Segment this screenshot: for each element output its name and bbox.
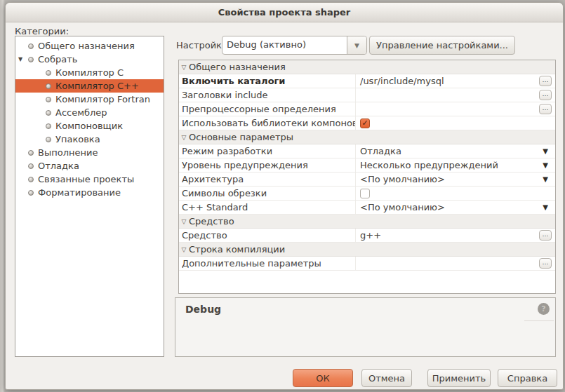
property-row: Средствоg++… [179, 229, 555, 243]
ok-button[interactable]: ОК [293, 369, 353, 387]
tree-node-icon [46, 83, 51, 89]
tree-item-упаковка[interactable]: Упаковка [15, 133, 164, 146]
info-panel-divider [524, 320, 554, 321]
tree-item-компилятор-fortran[interactable]: Компилятор Fortran [15, 93, 164, 106]
property-name: Препроцессорные определения [179, 102, 356, 116]
property-value[interactable]: <По умолчанию> [356, 173, 536, 186]
dropdown-arrow-icon[interactable]: ▼ [543, 175, 548, 183]
configuration-combobox[interactable]: Debug (активно) ▼ [222, 36, 367, 55]
dialog-button-row: ОК Отмена Применить Справка [293, 369, 557, 387]
property-value[interactable]: <По умолчанию> [356, 201, 536, 214]
property-editor-cell [536, 116, 555, 130]
dropdown-arrow-icon[interactable]: ▼ [543, 203, 548, 211]
section-label: Средство [189, 216, 234, 227]
property-editor-cell: ▼ [536, 201, 555, 214]
property-section-row[interactable]: ▽Средство [179, 215, 555, 229]
help-icon[interactable]: ? [538, 303, 550, 315]
property-editor-cell: … [536, 102, 555, 116]
property-name: C++ Standard [179, 201, 356, 214]
tree-expander-icon[interactable]: ▼ [18, 56, 28, 62]
tree-item-выполнение[interactable]: Выполнение [15, 146, 164, 159]
ellipsis-button[interactable]: … [539, 258, 552, 269]
tree-node-icon [46, 110, 51, 116]
ellipsis-button[interactable]: … [539, 90, 552, 100]
combo-arrow-button[interactable]: ▼ [347, 36, 366, 54]
property-name: Заголовки include [179, 88, 356, 102]
tree-item-label: Компилятор C [55, 67, 124, 78]
manage-configurations-button[interactable]: Управление настройками... [369, 36, 515, 55]
tree-item-label: Выполнение [38, 147, 98, 158]
property-name: Включить каталоги [179, 74, 356, 88]
property-value[interactable] [356, 187, 536, 200]
property-section-row[interactable]: ▽Общего назначения [179, 60, 555, 74]
property-name: Символы обрезки [179, 187, 356, 200]
section-collapse-icon[interactable]: ▽ [179, 246, 189, 253]
ellipsis-button[interactable]: … [539, 230, 552, 241]
dropdown-arrow-icon[interactable]: ▼ [543, 161, 548, 169]
ellipsis-button[interactable]: … [539, 104, 552, 114]
configuration-value: Debug (активно) [222, 36, 347, 54]
tree-item-label: Компилятор Fortran [55, 94, 150, 104]
tree-item-компоновщик[interactable]: Компоновщик [15, 119, 164, 133]
section-collapse-icon[interactable]: ▽ [179, 64, 189, 71]
tree-node-icon [28, 177, 34, 182]
tree-item-label: Отладка [38, 161, 79, 171]
property-row: Заголовки include… [179, 88, 555, 102]
tree-item-собрать[interactable]: ▼Собрать [15, 53, 164, 66]
section-collapse-icon[interactable]: ▽ [179, 134, 189, 141]
property-section-row[interactable]: ▽Основные параметры [179, 130, 555, 144]
tree-item-отладка[interactable]: Отладка [15, 159, 164, 173]
section-collapse-icon[interactable]: ▽ [179, 218, 189, 225]
tree-node-icon [46, 137, 51, 142]
tree-item-общего-назначения[interactable]: Общего назначения [15, 39, 164, 53]
tree-node-icon [28, 57, 34, 62]
chevron-down-icon: ▼ [354, 42, 359, 49]
property-value[interactable] [356, 102, 536, 116]
tree-item-label: Компоновщик [55, 121, 123, 131]
property-editor-cell: … [536, 88, 555, 102]
property-value[interactable]: ✓ [356, 116, 536, 130]
property-name: Архитектура [179, 173, 356, 186]
property-editor-cell: … [536, 74, 555, 88]
property-editor-cell: ▼ [536, 173, 555, 186]
titlebar[interactable]: Свойства проекта shaper [6, 3, 563, 22]
tree-item-связанные-проекты[interactable]: Связанные проекты [15, 173, 164, 186]
checkbox-unchecked[interactable] [360, 189, 370, 198]
property-value[interactable] [356, 88, 536, 102]
property-name: Использовать библиотеки компонов [179, 116, 356, 130]
section-label: Основные параметры [189, 132, 293, 142]
tree-item-label: Форматирование [38, 187, 121, 198]
property-value[interactable]: g++ [356, 229, 536, 242]
ellipsis-button[interactable]: … [539, 76, 552, 86]
tree-item-компилятор-c++[interactable]: Компилятор C++ [15, 79, 164, 93]
info-panel: Debug ? [175, 297, 556, 357]
property-section-row[interactable]: ▽Строка компиляции [179, 243, 555, 257]
cancel-button[interactable]: Отмена [361, 369, 412, 387]
dropdown-arrow-icon[interactable]: ▼ [543, 147, 548, 155]
property-row: Символы обрезки [179, 187, 555, 201]
info-panel-title: Debug [185, 304, 221, 315]
tree-node-icon [46, 97, 51, 102]
section-label: Строка компиляции [189, 244, 285, 255]
help-button[interactable]: Справка [498, 369, 557, 387]
window-title: Свойства проекта shaper [218, 7, 351, 18]
property-name: Средство [179, 229, 356, 242]
property-value[interactable]: Отладка [356, 144, 536, 158]
tree-node-icon [28, 150, 34, 156]
property-value[interactable]: Несколько предупреждений [356, 158, 536, 172]
property-value[interactable] [356, 257, 536, 270]
tree-item-ассемблер[interactable]: Ассемблер [15, 106, 164, 119]
tree-item-label: Общего назначения [38, 41, 135, 51]
apply-button[interactable]: Применить [427, 369, 491, 387]
property-row: Использовать библиотеки компонов✓ [179, 116, 555, 130]
property-row: Препроцессорные определения… [179, 102, 555, 116]
property-editor-cell: ▼ [536, 158, 555, 172]
tree-item-форматирование[interactable]: Форматирование [15, 186, 164, 199]
tree-node-icon [46, 70, 51, 76]
checkbox-checked[interactable]: ✓ [360, 119, 370, 128]
tree-item-компилятор-c[interactable]: Компилятор C [15, 66, 164, 79]
property-row: Уровень предупрежденияНесколько предупре… [179, 158, 555, 173]
property-row: Дополнительные параметры… [179, 257, 555, 271]
property-sheet: ▽Общего назначенияВключить каталоги/usr/… [178, 60, 556, 294]
property-value[interactable]: /usr/include/mysql [356, 74, 536, 88]
